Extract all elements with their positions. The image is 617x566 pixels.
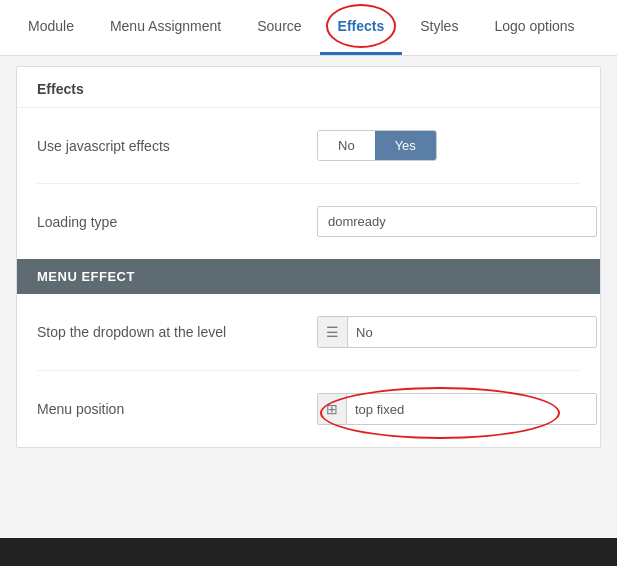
bottom-bar xyxy=(0,538,617,566)
toggle-no-button[interactable]: No xyxy=(318,131,375,160)
javascript-effects-label: Use javascript effects xyxy=(37,138,317,154)
menu-position-row: Menu position ⊞ top fixed xyxy=(37,371,580,447)
section-heading: Effects xyxy=(17,67,600,108)
menu-effect-form: Stop the dropdown at the level ☰ No Menu… xyxy=(17,294,600,447)
toggle-yes-button[interactable]: Yes xyxy=(375,131,436,160)
tab-source[interactable]: Source xyxy=(239,0,319,55)
stop-dropdown-label: Stop the dropdown at the level xyxy=(37,324,317,340)
loading-type-row: Loading type xyxy=(37,184,580,259)
menu-effect-bar: MENU EFFECT xyxy=(17,259,600,294)
stop-dropdown-row: Stop the dropdown at the level ☰ No xyxy=(37,294,580,371)
toggle-group: No Yes xyxy=(317,130,437,161)
stop-dropdown-select-wrapper: ☰ No xyxy=(317,316,597,348)
tab-styles[interactable]: Styles xyxy=(402,0,476,55)
tab-bar: Module Menu Assignment Source Effects St… xyxy=(0,0,617,56)
list-icon[interactable]: ☰ xyxy=(318,317,348,347)
menu-position-select[interactable]: top fixed xyxy=(347,395,596,424)
grid-icon[interactable]: ⊞ xyxy=(318,394,347,424)
loading-type-label: Loading type xyxy=(37,214,317,230)
stop-dropdown-control: ☰ No xyxy=(317,316,597,348)
tab-effects[interactable]: Effects xyxy=(320,0,403,55)
form-body: Use javascript effects No Yes Loading ty… xyxy=(17,108,600,259)
loading-type-input[interactable] xyxy=(317,206,597,237)
loading-type-control xyxy=(317,206,597,237)
tab-logo-options[interactable]: Logo options xyxy=(476,0,592,55)
javascript-effects-control: No Yes xyxy=(317,130,580,161)
main-panel: Effects Use javascript effects No Yes Lo… xyxy=(16,66,601,448)
tab-menu-assignment[interactable]: Menu Assignment xyxy=(92,0,239,55)
menu-position-control: ⊞ top fixed xyxy=(317,393,597,425)
menu-position-label: Menu position xyxy=(37,401,317,417)
stop-dropdown-select[interactable]: No xyxy=(348,318,596,347)
javascript-effects-row: Use javascript effects No Yes xyxy=(37,108,580,184)
menu-position-select-wrapper: ⊞ top fixed xyxy=(317,393,597,425)
tab-module[interactable]: Module xyxy=(10,0,92,55)
